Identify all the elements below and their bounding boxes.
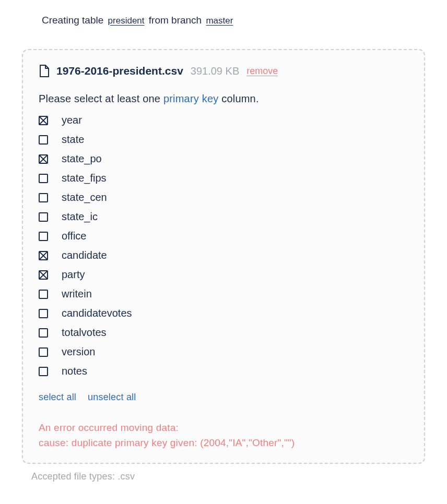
select-actions: select all unselect all <box>39 392 408 403</box>
column-label: totalvotes <box>62 327 107 339</box>
instruction-text: Please select at least one primary key c… <box>39 93 408 105</box>
branch-name-link[interactable]: master <box>206 16 233 26</box>
accepted-file-types: Accepted file types: .csv <box>31 471 426 482</box>
column-row-state_fips[interactable]: state_fips <box>39 172 408 184</box>
column-checkbox[interactable] <box>39 116 48 125</box>
column-label: notes <box>62 365 87 377</box>
column-row-candidatevotes[interactable]: candidatevotes <box>39 307 408 319</box>
unselect-all-button[interactable]: unselect all <box>88 392 136 403</box>
remove-file-link[interactable]: remove <box>246 66 278 77</box>
header-middle: from branch <box>149 15 202 26</box>
column-label: state_ic <box>62 211 98 223</box>
column-row-state[interactable]: state <box>39 134 408 146</box>
column-row-candidate[interactable]: candidate <box>39 249 408 261</box>
column-row-writein[interactable]: writein <box>39 288 408 300</box>
column-label: candidatevotes <box>62 307 132 319</box>
column-row-totalvotes[interactable]: totalvotes <box>39 327 408 339</box>
column-checkbox[interactable] <box>39 154 48 164</box>
column-row-version[interactable]: version <box>39 346 408 358</box>
column-row-state_ic[interactable]: state_ic <box>39 211 408 223</box>
column-checkbox[interactable] <box>39 193 48 202</box>
table-name-link[interactable]: president <box>108 16 145 26</box>
column-checkbox[interactable] <box>39 290 48 299</box>
column-checkbox[interactable] <box>39 270 48 280</box>
column-row-state_po[interactable]: state_po <box>39 153 408 165</box>
column-row-office[interactable]: office <box>39 230 408 242</box>
column-row-year[interactable]: year <box>39 114 408 126</box>
file-dropzone: 1976-2016-president.csv 391.09 KB remove… <box>22 49 425 464</box>
breadcrumb-header: Creating table president from branch mas… <box>42 15 426 26</box>
column-label: office <box>62 230 86 242</box>
file-size: 391.09 KB <box>191 65 239 77</box>
header-prefix: Creating table <box>42 15 103 26</box>
column-label: year <box>62 114 82 126</box>
column-checkbox[interactable] <box>39 347 48 357</box>
column-label: state <box>62 134 84 146</box>
column-checkbox[interactable] <box>39 367 48 376</box>
error-message: An error occurred moving data: cause: du… <box>39 421 408 450</box>
column-row-state_cen[interactable]: state_cen <box>39 191 408 203</box>
column-label: writein <box>62 288 92 300</box>
column-list: yearstatestate_postate_fipsstate_censtat… <box>39 114 408 377</box>
column-checkbox[interactable] <box>39 251 48 260</box>
column-label: state_fips <box>62 172 107 184</box>
file-row: 1976-2016-president.csv 391.09 KB remove <box>39 65 408 77</box>
column-label: party <box>62 269 85 281</box>
file-name: 1976-2016-president.csv <box>56 65 183 77</box>
column-label: candidate <box>62 249 107 261</box>
column-row-notes[interactable]: notes <box>39 365 408 377</box>
column-checkbox[interactable] <box>39 309 48 318</box>
column-checkbox[interactable] <box>39 328 48 338</box>
column-checkbox[interactable] <box>39 135 48 145</box>
column-checkbox[interactable] <box>39 232 48 241</box>
column-label: state_cen <box>62 191 107 203</box>
error-line-1: An error occurred moving data: <box>39 421 408 436</box>
column-label: version <box>62 346 95 358</box>
file-icon <box>39 65 49 77</box>
column-label: state_po <box>62 153 102 165</box>
select-all-button[interactable]: select all <box>39 392 76 403</box>
column-checkbox[interactable] <box>39 174 48 183</box>
column-row-party[interactable]: party <box>39 269 408 281</box>
primary-key-link[interactable]: primary key <box>163 93 219 104</box>
column-checkbox[interactable] <box>39 212 48 222</box>
error-line-2: cause: duplicate primary key given: (200… <box>39 436 408 451</box>
